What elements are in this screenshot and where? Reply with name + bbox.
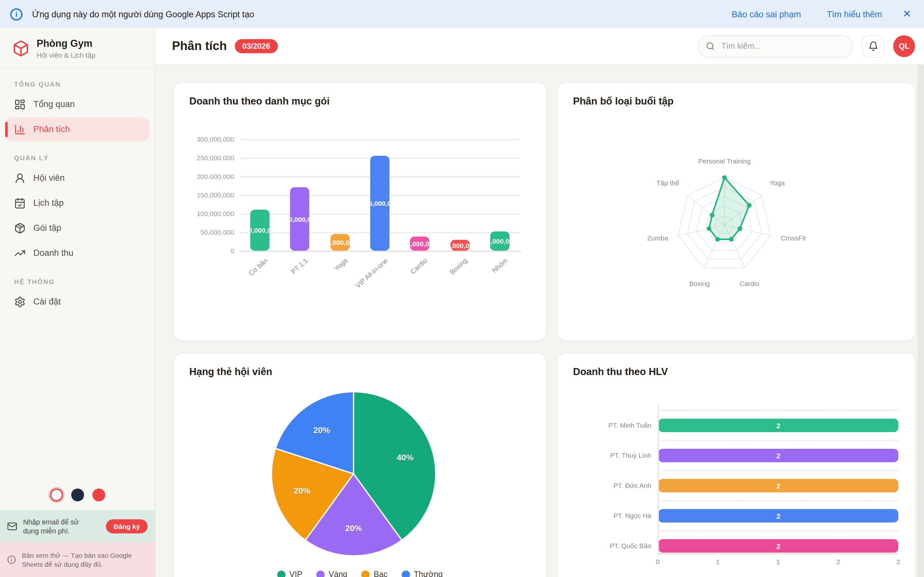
- app-name: Phòng Gym: [37, 38, 95, 50]
- x-axis-line: [240, 251, 520, 251]
- bar-value-label: 38,000,000: [410, 237, 430, 251]
- package-icon: [14, 222, 26, 234]
- app-logo: Phòng Gym Hội viên & Lịch tập: [0, 28, 155, 68]
- bar-Cardio[interactable]: 38,000,000: [410, 237, 430, 251]
- category-label: PT. Đức Anh: [557, 482, 651, 489]
- learn-more-link[interactable]: Tìm hiểu thêm: [827, 9, 882, 19]
- avatar[interactable]: QL: [893, 35, 915, 57]
- axis-tick: [240, 251, 241, 253]
- bar-Nhóm[interactable]: 52,000,000: [490, 231, 509, 251]
- legend-label: Bạc: [374, 570, 388, 577]
- x-axis-tick: 1: [716, 558, 720, 566]
- sidebar-item-hoi-vien[interactable]: Hội viên: [5, 166, 150, 190]
- pie-chart: 40%20%20%20%: [174, 353, 547, 577]
- sidebar-item-lich-tap[interactable]: Lịch tập: [5, 191, 150, 215]
- bar-Cơ bản[interactable]: 110,000,000: [250, 210, 270, 251]
- user-icon: [14, 172, 26, 184]
- category-label: PT. Minh Tuấn: [557, 421, 651, 429]
- x-axis-label: Cardio: [409, 256, 429, 276]
- radar-point[interactable]: [722, 175, 727, 180]
- radar-point[interactable]: [715, 237, 720, 242]
- search-input[interactable]: [720, 41, 845, 51]
- page-scrollbar[interactable]: [918, 65, 924, 577]
- radar-axis-label: Yoga: [770, 179, 785, 187]
- search-icon: [706, 42, 715, 51]
- x-axis-label: Yoga: [333, 256, 349, 272]
- gridline: [658, 470, 898, 471]
- x-axis-line: [658, 553, 898, 554]
- y-axis-tick: 250,000,000: [174, 154, 234, 161]
- legend-dot: [362, 570, 370, 577]
- mail-icon: [7, 521, 17, 532]
- sidebar-section-label: TỔNG QUAN: [14, 81, 155, 87]
- sidebar-item-label: Cài đặt: [33, 297, 61, 306]
- x-axis-tick: 2: [837, 558, 840, 566]
- main-area: Phân tích 03/2026 QL Doanh thu theo danh…: [155, 28, 924, 577]
- bell-icon: [868, 41, 878, 51]
- category-label: PT. Quốc Bảo: [557, 542, 651, 550]
- legend-item-Vàng[interactable]: Vàng: [317, 570, 347, 577]
- x-axis-tick: 1: [776, 558, 780, 566]
- sidebar-item-label: Phân tích: [33, 124, 70, 134]
- period-badge: 03/2026: [234, 39, 278, 53]
- radar-point[interactable]: [747, 203, 751, 207]
- axis-tick: [440, 251, 441, 253]
- bar-chart-icon: [14, 123, 26, 135]
- radar-point[interactable]: [710, 213, 714, 218]
- y-axis-tick: 150,000,000: [174, 191, 234, 199]
- radar-axis-label: Personal Training: [698, 157, 750, 165]
- sidebar-item-doanh-thu[interactable]: Doanh thu: [5, 241, 150, 265]
- pie-slice-label: 20%: [345, 524, 362, 533]
- radar-axis-label: Tập thể: [656, 179, 679, 187]
- sidebar-item-phan-tich[interactable]: Phân tích: [5, 117, 150, 141]
- close-banner-icon[interactable]: ✕: [903, 9, 911, 19]
- theme-dot-red[interactable]: [92, 488, 105, 501]
- info-icon: i: [10, 8, 23, 20]
- sidebar-item-goi-tap[interactable]: Gói tập: [5, 216, 150, 240]
- bar-PT. Ngọc Hà[interactable]: 2: [658, 509, 898, 522]
- bar-PT. Minh Tuấn[interactable]: 2: [658, 419, 898, 432]
- radar-point[interactable]: [729, 237, 733, 242]
- notifications-button[interactable]: [862, 35, 884, 57]
- legend-item-Thường[interactable]: Thường: [402, 570, 443, 577]
- radar-point[interactable]: [707, 226, 711, 231]
- dashboard-icon: [14, 98, 26, 110]
- bar-PT. Thuỳ Linh[interactable]: 2: [658, 449, 898, 462]
- bar-value-label: 2: [658, 419, 898, 432]
- bar-PT 1:1[interactable]: 170,000,000: [290, 187, 310, 251]
- bar-PT. Quốc Bảo[interactable]: 2: [658, 539, 898, 553]
- y-axis-tick: 300,000,000: [174, 135, 234, 143]
- page-header: Phân tích 03/2026 QL: [155, 28, 924, 65]
- bar-PT. Đức Anh[interactable]: 2: [658, 479, 898, 492]
- legend-item-Bạc[interactable]: Bạc: [362, 570, 388, 577]
- pie-slice-label: 20%: [294, 486, 310, 496]
- hbar-chart: PT. Minh Tuấn2PT. Thuỳ Linh2PT. Đức Anh2…: [557, 353, 915, 577]
- legend-label: VIP: [289, 570, 302, 577]
- radar-point[interactable]: [738, 226, 742, 231]
- signup-button[interactable]: Đăng ký: [106, 519, 148, 533]
- theme-dot-white[interactable]: [50, 488, 63, 501]
- axis-tick: [400, 251, 401, 253]
- radar-axis-label: Cardio: [740, 280, 759, 287]
- sidebar-item-cai-dat[interactable]: Cài đặt: [5, 290, 150, 314]
- search-box: [698, 35, 853, 57]
- theme-dot-navy[interactable]: [71, 488, 84, 501]
- axis-tick: [280, 251, 281, 253]
- bar-VIP All-in-one[interactable]: 255,000,000: [370, 156, 389, 251]
- gridline: [658, 410, 898, 411]
- x-axis-tick: 0: [656, 558, 660, 566]
- bar-value-label: 110,000,000: [250, 210, 270, 251]
- gridline: [658, 500, 898, 501]
- x-axis-label: Boxing: [448, 256, 469, 276]
- bar-value-label: 2: [658, 449, 898, 462]
- legend-item-VIP[interactable]: VIP: [277, 570, 302, 577]
- sidebar-item-tong-quan[interactable]: Tổng quan: [5, 92, 150, 116]
- y-axis-tick: 100,000,000: [174, 210, 234, 218]
- bar-value-label: 30,000,000: [450, 240, 469, 251]
- bar-Yoga[interactable]: 45,000,000: [330, 234, 349, 251]
- sidebar-item-label: Doanh thu: [33, 248, 73, 258]
- radar-axis-label: Zumba: [647, 234, 668, 242]
- page-title: Phân tích: [172, 39, 227, 53]
- bar-Boxing[interactable]: 30,000,000: [450, 240, 469, 251]
- report-abuse-link[interactable]: Báo cáo sai phạm: [732, 9, 801, 19]
